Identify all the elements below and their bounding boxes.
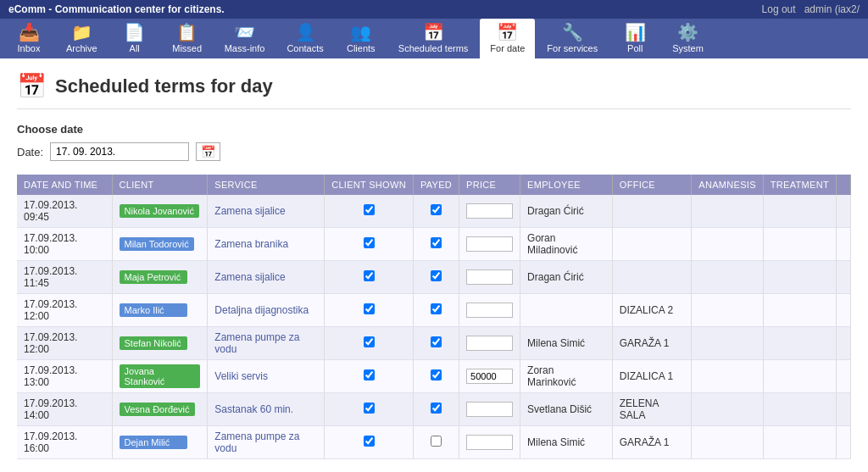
cell-payed-checkbox[interactable] — [431, 237, 442, 248]
nav-item-poll[interactable]: 📊Poll — [609, 19, 660, 58]
system-icon: ⚙️ — [677, 24, 698, 41]
client-name-badge[interactable]: Dejan Milić — [120, 436, 187, 449]
nav-item-all[interactable]: 📄All — [109, 19, 160, 58]
nav-item-missed[interactable]: 📋Missed — [162, 19, 213, 58]
cell-extra — [836, 393, 850, 426]
price-input[interactable] — [466, 435, 513, 450]
nav-item-archive[interactable]: 📁Archive — [56, 19, 108, 58]
client-name-badge[interactable]: Stefan Nikolić — [120, 336, 187, 350]
cell-client-shown — [325, 327, 414, 360]
price-input[interactable] — [466, 303, 513, 318]
cell-payed-checkbox[interactable] — [431, 436, 442, 447]
cell-price[interactable] — [459, 228, 520, 261]
col-header-extra — [836, 175, 850, 195]
cell-payed-checkbox[interactable] — [431, 204, 442, 215]
cell-service[interactable]: Zamena pumpe za vodu — [208, 327, 325, 360]
client-name-badge[interactable]: Vesna Đorđević — [120, 403, 195, 416]
price-input[interactable] — [466, 336, 513, 351]
service-link[interactable]: Zamena sijalice — [214, 205, 285, 217]
archive-icon: 📁 — [71, 24, 92, 41]
user-info: admin (iax2/ — [804, 3, 860, 15]
cell-service[interactable]: Zamena sijalice — [208, 261, 325, 294]
cell-anamnesis — [692, 393, 764, 426]
cell-service[interactable]: Zamena pumpe za vodu — [208, 426, 325, 459]
client-name-badge[interactable]: Jovana Stanković — [120, 364, 201, 388]
cell-client-shown-checkbox[interactable] — [364, 403, 375, 414]
cell-anamnesis — [692, 426, 764, 459]
cell-employee — [520, 294, 613, 327]
contacts-label: Contacts — [287, 43, 323, 53]
cell-payed-checkbox[interactable] — [431, 303, 442, 314]
nav-item-inbox[interactable]: 📥Inbox — [3, 19, 54, 58]
client-name-badge[interactable]: Nikola Jovanović — [120, 204, 200, 218]
service-link[interactable]: Veliki servis — [214, 370, 268, 382]
cell-employee: Milena Simić — [520, 426, 613, 459]
cell-office: ZELENA SALA — [612, 393, 692, 426]
service-link[interactable]: Zamena branika — [214, 238, 288, 250]
cell-payed-checkbox[interactable] — [431, 270, 442, 281]
cell-client-shown — [325, 360, 414, 393]
cell-payed — [413, 426, 459, 459]
cell-price[interactable] — [459, 294, 520, 327]
cell-price[interactable] — [459, 393, 520, 426]
mass-info-label: Mass-info — [225, 43, 265, 53]
price-input[interactable] — [466, 203, 513, 219]
cell-payed — [413, 195, 459, 228]
nav-item-for-services[interactable]: 🔧For services — [537, 19, 608, 58]
cell-client-shown-checkbox[interactable] — [364, 204, 375, 215]
nav-item-scheduled-terms[interactable]: 📅Scheduled terms — [388, 19, 479, 58]
cell-service[interactable]: Zamena branika — [208, 228, 325, 261]
cell-client-shown — [325, 393, 414, 426]
cell-payed-checkbox[interactable] — [431, 369, 442, 380]
price-input[interactable] — [466, 236, 513, 252]
cell-client-shown — [325, 426, 414, 459]
cell-price[interactable] — [459, 360, 520, 393]
cell-client-shown-checkbox[interactable] — [364, 369, 375, 380]
cell-client: Nikola Jovanović — [112, 195, 208, 228]
date-label: Date: — [17, 146, 43, 158]
service-link[interactable]: Zamena sijalice — [214, 271, 285, 283]
cell-price[interactable] — [459, 426, 520, 459]
nav-item-clients[interactable]: 👥Clients — [336, 19, 387, 58]
nav-item-mass-info[interactable]: 📨Mass-info — [214, 19, 275, 58]
cell-service[interactable]: Detaljna dijagnostika — [208, 294, 325, 327]
cell-client-shown-checkbox[interactable] — [364, 237, 375, 248]
cell-extra — [836, 228, 850, 261]
cell-client-shown-checkbox[interactable] — [364, 336, 375, 347]
cell-payed-checkbox[interactable] — [431, 336, 442, 347]
price-input[interactable] — [466, 402, 513, 417]
nav-item-system[interactable]: ⚙️System — [662, 19, 714, 58]
nav-item-contacts[interactable]: 👤Contacts — [276, 19, 333, 58]
cell-client-shown-checkbox[interactable] — [364, 436, 375, 447]
cell-price[interactable] — [459, 261, 520, 294]
service-link[interactable]: Sastanak 60 min. — [214, 403, 293, 415]
cell-price[interactable] — [459, 327, 520, 360]
nav-item-for-date[interactable]: 📅For date — [480, 19, 535, 58]
cell-payed — [413, 393, 459, 426]
service-link[interactable]: Zamena pumpe za vodu — [214, 430, 299, 454]
cell-service[interactable]: Zamena sijalice — [208, 195, 325, 228]
cell-client-shown-checkbox[interactable] — [364, 303, 375, 314]
cell-payed — [413, 261, 459, 294]
service-link[interactable]: Zamena pumpe za vodu — [214, 331, 299, 355]
cell-client-shown — [325, 294, 414, 327]
logout-link[interactable]: Log out — [762, 3, 796, 15]
price-input[interactable] — [466, 369, 513, 384]
clients-icon: 👥 — [350, 24, 371, 41]
service-link[interactable]: Detaljna dijagnostika — [214, 304, 309, 316]
cell-service[interactable]: Sastanak 60 min. — [208, 393, 325, 426]
cell-client: Dejan Milić — [112, 426, 208, 459]
nav-bar: 📥Inbox📁Archive📄All📋Missed📨Mass-info👤Cont… — [0, 19, 868, 58]
price-input[interactable] — [466, 269, 513, 285]
cell-service[interactable]: Veliki servis — [208, 360, 325, 393]
page-header: 📅 Scheduled terms for day — [17, 72, 851, 109]
cell-client: Milan Todorović — [112, 228, 208, 261]
client-name-badge[interactable]: Milan Todorović — [120, 237, 194, 251]
client-name-badge[interactable]: Marko Ilić — [120, 303, 187, 317]
calendar-button[interactable]: 📅 — [196, 142, 220, 161]
cell-payed-checkbox[interactable] — [431, 403, 442, 414]
cell-price[interactable] — [459, 195, 520, 228]
cell-client-shown-checkbox[interactable] — [364, 270, 375, 281]
client-name-badge[interactable]: Maja Petrović — [120, 270, 187, 284]
date-input[interactable] — [50, 142, 189, 161]
